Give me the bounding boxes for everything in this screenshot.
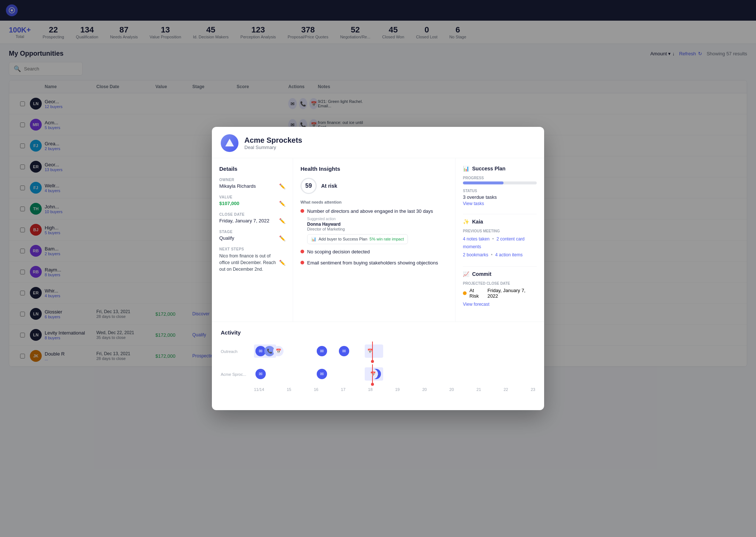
commit-icon: 📈 bbox=[463, 271, 469, 277]
acme-label: Acme Sproc... bbox=[221, 372, 254, 377]
suggested-person: Donna Hayward bbox=[307, 222, 433, 227]
timeline-dates: 11/14 15 16 17 18 19 20 20 21 22 23 bbox=[221, 387, 535, 392]
value-group: VALUE $107,000 ✏️ bbox=[219, 195, 285, 207]
right-panel: 📊 Success Plan PROGRESS STATUS 3 overdue… bbox=[456, 158, 544, 322]
edit-value-icon[interactable]: ✏️ bbox=[279, 201, 285, 207]
today-line-2 bbox=[372, 364, 373, 384]
close-date-group: CLOSE DATE Friday, January 7, 2022 ✏️ bbox=[219, 212, 285, 224]
commit-section: 📈 Commit PROJECTED CLOSE DATE At Risk Fr… bbox=[463, 271, 537, 307]
details-title: Details bbox=[219, 166, 285, 172]
alert-dot bbox=[300, 261, 304, 264]
stage-label: STAGE bbox=[219, 230, 285, 234]
alert-text-3: Email sentiment from buying stakeholders… bbox=[307, 260, 438, 266]
owner-label: OWNER bbox=[219, 178, 285, 182]
kaia-title: Kaia bbox=[472, 219, 483, 225]
action-items-link[interactable]: 4 action items bbox=[495, 252, 523, 257]
modal-header: Acme Sprockets Deal Summary bbox=[212, 127, 544, 158]
next-steps-value: Nico from finance is out of office until… bbox=[219, 253, 279, 273]
suggested-action-label: Suggested action bbox=[307, 217, 433, 221]
health-score-badge: 59 bbox=[300, 178, 317, 194]
attention-item-1: Number of directors and above engaged in… bbox=[300, 208, 448, 244]
deal-summary-modal: Acme Sprockets Deal Summary Details OWNE… bbox=[212, 127, 544, 410]
deal-subtitle: Deal Summary bbox=[244, 145, 302, 150]
modal-body: Details OWNER Mikayla Richards ✏️ VALUE … bbox=[212, 158, 544, 322]
attention-item-3: Email sentiment from buying stakeholders… bbox=[300, 260, 448, 266]
kaia-section: ✨ Kaia PREVIOUS MEETING 4 notes taken • … bbox=[463, 219, 537, 259]
details-panel: Details OWNER Mikayla Richards ✏️ VALUE … bbox=[212, 158, 293, 322]
email-acme-icon[interactable]: ✉ bbox=[255, 369, 266, 379]
kaia-links: 4 notes taken • 2 content card moments 2… bbox=[463, 235, 537, 259]
alert-text-2: No scoping decision detected bbox=[307, 249, 370, 255]
email-activity-icon-3[interactable]: ✉ bbox=[339, 346, 349, 356]
modal-overlay[interactable]: Acme Sprockets Deal Summary Details OWNE… bbox=[0, 0, 756, 537]
suggested-role: Director of Marketing bbox=[307, 227, 433, 231]
today-dot-2 bbox=[371, 383, 374, 386]
commit-risk-label: At Risk bbox=[470, 288, 485, 299]
health-status: At risk bbox=[321, 183, 337, 189]
kaia-icon: ✨ bbox=[463, 219, 469, 225]
view-tasks-link[interactable]: View tasks bbox=[463, 201, 484, 206]
email-activity-icon-2[interactable]: ✉ bbox=[317, 346, 327, 356]
close-date-label: CLOSE DATE bbox=[219, 212, 285, 216]
divider bbox=[463, 266, 537, 267]
edit-owner-icon[interactable]: ✏️ bbox=[279, 183, 285, 189]
today-line bbox=[372, 342, 373, 361]
success-plan-section: 📊 Success Plan PROGRESS STATUS 3 overdue… bbox=[463, 166, 537, 207]
success-plan-icon: 📊 bbox=[463, 166, 469, 172]
company-icon bbox=[221, 134, 238, 152]
next-steps-group: NEXT STEPS Nico from finance is out of o… bbox=[219, 247, 285, 273]
alert-dot bbox=[300, 209, 304, 213]
email-acme-icon-2[interactable]: ✉ bbox=[317, 369, 327, 379]
add-buyer-button[interactable]: 📊 Add buyer to Success Plan 5% win rate … bbox=[307, 234, 408, 244]
edit-close-date-icon[interactable]: ✏️ bbox=[279, 218, 285, 224]
today-dot bbox=[371, 360, 374, 363]
progress-bar bbox=[463, 181, 537, 184]
svg-marker-2 bbox=[226, 139, 233, 146]
modal-title-group: Acme Sprockets Deal Summary bbox=[244, 136, 302, 150]
deal-value: $107,000 bbox=[219, 201, 239, 206]
owner-value: Mikayla Richards bbox=[219, 183, 256, 189]
acme-timeline: ✉ ✉ 📞 📅 bbox=[254, 364, 535, 384]
calendar-activity-icon[interactable]: 📅 bbox=[273, 346, 284, 356]
stage-value: Qualify bbox=[219, 235, 234, 241]
success-plan-icon: 📊 bbox=[311, 237, 316, 242]
progress-fill bbox=[463, 181, 504, 184]
company-name: Acme Sprockets bbox=[244, 136, 302, 145]
projected-value: At Risk Friday, January 7, 2022 bbox=[463, 288, 537, 299]
attention-item-2: No scoping decision detected bbox=[300, 249, 448, 255]
divider bbox=[463, 214, 537, 214]
notes-taken-link[interactable]: 4 notes taken bbox=[463, 236, 489, 242]
progress-label: PROGRESS bbox=[463, 176, 537, 180]
bookmarks-link[interactable]: 2 bookmarks bbox=[463, 252, 488, 257]
commit-close-date: Friday, January 7, 2022 bbox=[487, 288, 537, 299]
activity-chart: Outreach ✉ 📞 📅 ✉ ✉ 📅 bbox=[221, 342, 535, 403]
outreach-label: Outreach bbox=[221, 349, 254, 354]
projected-label: PROJECTED CLOSE DATE bbox=[463, 281, 537, 285]
stage-group: STAGE Qualify ✏️ bbox=[219, 230, 285, 241]
alert-text-1: Number of directors and above engaged in… bbox=[307, 208, 433, 215]
edit-next-steps-icon[interactable]: ✏️ bbox=[279, 260, 285, 266]
view-forecast-link[interactable]: View forecast bbox=[463, 302, 537, 307]
edit-stage-icon[interactable]: ✏️ bbox=[279, 235, 285, 241]
overdue-tasks: 3 overdue tasks bbox=[463, 194, 537, 200]
commit-title: Commit bbox=[472, 271, 491, 277]
value-label: VALUE bbox=[219, 195, 285, 199]
next-steps-label: NEXT STEPS bbox=[219, 247, 285, 251]
owner-group: OWNER Mikayla Richards ✏️ bbox=[219, 178, 285, 189]
at-risk-dot bbox=[463, 291, 467, 295]
activity-section: Activity Outreach ✉ 📞 📅 ✉ ✉ bbox=[212, 322, 544, 410]
status-label: STATUS bbox=[463, 189, 537, 193]
health-title: Health Insights bbox=[300, 166, 448, 172]
activity-title: Activity bbox=[221, 329, 535, 336]
attention-title: What needs attention bbox=[300, 200, 448, 204]
outreach-timeline: ✉ 📞 📅 ✉ ✉ 📅 bbox=[254, 342, 535, 361]
success-plan-title: Success Plan bbox=[472, 166, 505, 172]
prev-meeting-label: PREVIOUS MEETING bbox=[463, 229, 537, 233]
close-date-value: Friday, January 7, 2022 bbox=[219, 218, 269, 224]
health-score: 59 At risk bbox=[300, 178, 448, 194]
alert-dot bbox=[300, 250, 304, 253]
health-panel: Health Insights 59 At risk What needs at… bbox=[293, 158, 456, 322]
